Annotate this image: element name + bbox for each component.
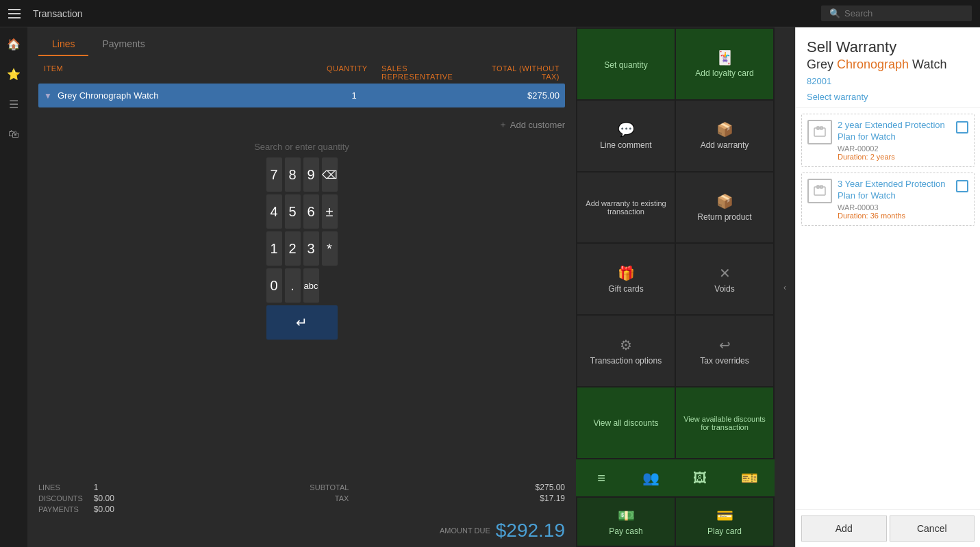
return-icon: 📦 — [716, 193, 733, 209]
numpad-7[interactable]: 7 — [266, 157, 282, 192]
icon-image[interactable]: 🖼 — [676, 461, 724, 495]
tab-payments[interactable]: Payments — [88, 33, 158, 56]
sell-warranty-panel: Sell Warranty Grey Chronograph Watch 820… — [795, 27, 980, 547]
sw-warranty-item-0[interactable]: 2 year Extended Protection Plan for Watc… — [801, 114, 975, 167]
view-available-discounts-label: View available discounts for transaction — [681, 415, 768, 431]
numpad-backspace[interactable]: ⌫ — [322, 157, 338, 192]
amount-due-label: AMOUNT DUE — [440, 520, 490, 542]
tabs: Lines Payments — [27, 27, 576, 56]
transaction-options-label: Transaction options — [590, 356, 662, 366]
order-lines: ITEM QUANTITY SALES REPRESENTATIVE TOTAL… — [27, 56, 576, 113]
sidebar-bag-icon[interactable]: 🛍 — [3, 123, 25, 145]
voids-icon: ✕ — [719, 265, 731, 281]
numpad-6[interactable]: 6 — [303, 194, 319, 229]
numpad-plusminus[interactable]: ± — [322, 194, 338, 229]
line-comment-button[interactable]: 💬 Line comment — [577, 101, 675, 171]
numpad-8[interactable]: 8 — [285, 157, 301, 192]
sw-item-name-0: 2 year Extended Protection Plan for Watc… — [838, 120, 951, 143]
add-customer-button[interactable]: ＋ Add customer — [499, 118, 565, 131]
icon-hamburger[interactable]: ≡ — [577, 461, 625, 495]
top-bar: Transaction 🔍 — [0, 0, 980, 27]
action-buttons-grid: Set quantity 🃏 Add loyalty card 💬 Line c… — [576, 27, 775, 459]
add-customer-area: ＋ Add customer — [27, 113, 576, 136]
return-product-button[interactable]: 📦 Return product — [676, 173, 773, 243]
discounts-label: DISCOUNTS — [38, 494, 83, 503]
pay-card-icon: 💳 — [716, 507, 733, 524]
lines-label: LINES — [38, 483, 83, 492]
svg-rect-3 — [814, 187, 825, 195]
menu-icon[interactable] — [8, 5, 25, 22]
pay-cash-icon: 💵 — [618, 507, 635, 524]
add-customer-label: Add customer — [510, 120, 565, 130]
sw-product-code: 82001 — [807, 76, 969, 86]
sidebar-star-icon[interactable]: ⭐ — [3, 63, 25, 85]
pay-card-label: Play card — [707, 526, 742, 536]
view-all-discounts-button[interactable]: View all discounts — [577, 387, 675, 458]
sw-item-name-1: 3 Year Extended Protection Plan for Watc… — [838, 179, 951, 202]
sw-warranty-item-1[interactable]: 3 Year Extended Protection Plan for Watc… — [801, 173, 975, 226]
search-quantity-label: Search or enter quantity — [38, 142, 565, 152]
col-quantity: QUANTITY — [327, 64, 381, 81]
tax-overrides-label: Tax overrides — [700, 356, 749, 366]
sw-cancel-button[interactable]: Cancel — [890, 516, 975, 542]
sidebar-home-icon[interactable]: 🏠 — [3, 33, 25, 55]
numpad-4[interactable]: 4 — [266, 194, 282, 229]
numpad-2[interactable]: 2 — [285, 231, 301, 266]
numpad-5[interactable]: 5 — [285, 194, 301, 229]
sw-item-checkbox-1[interactable] — [956, 180, 968, 192]
tab-lines[interactable]: Lines — [38, 33, 88, 56]
add-warranty-button[interactable]: 📦 Add warranty — [676, 101, 773, 171]
numpad-abc[interactable]: abc — [303, 268, 319, 303]
sw-item-icon-0 — [807, 120, 832, 144]
sw-product-name: Grey Chronograph Watch — [807, 58, 969, 72]
discounts-value: $0.00 — [94, 494, 299, 503]
payments-value: $0.00 — [94, 505, 299, 514]
add-loyalty-button[interactable]: 🃏 Add loyalty card — [676, 29, 773, 99]
table-row[interactable]: ▼ Grey Chronograph Watch 1 $275.00 — [38, 84, 565, 107]
add-warranty-label: Add warranty — [701, 140, 749, 150]
return-product-label: Return product — [697, 212, 751, 222]
set-quantity-button[interactable]: Set quantity — [577, 29, 675, 99]
sw-item-checkbox-0[interactable] — [956, 121, 968, 133]
amount-due-bar: AMOUNT DUE $292.19 — [27, 517, 576, 547]
sw-header: Sell Warranty Grey Chronograph Watch 820… — [796, 27, 980, 108]
numpad-9[interactable]: 9 — [303, 157, 319, 192]
pay-cash-button[interactable]: 💵 Pay cash — [577, 498, 675, 546]
numpad-multiply[interactable]: * — [322, 231, 338, 266]
transaction-options-button[interactable]: ⚙ Transaction options — [577, 316, 675, 386]
voids-button[interactable]: ✕ Voids — [676, 244, 773, 314]
numpad-enter[interactable]: ↵ — [266, 305, 338, 340]
gift-cards-button[interactable]: 🎁 Gift cards — [577, 244, 675, 314]
gift-cards-icon: 🎁 — [618, 265, 635, 281]
search-icon: 🔍 — [829, 8, 840, 18]
numpad-dot[interactable]: . — [285, 268, 301, 303]
app-title: Transaction — [33, 8, 83, 19]
add-warranty-existing-button[interactable]: Add warranty to existing transaction — [577, 173, 675, 243]
sw-product-part2: Watch — [909, 58, 946, 71]
numpad-3[interactable]: 3 — [303, 231, 319, 266]
numpad-1[interactable]: 1 — [266, 231, 282, 266]
search-input[interactable] — [844, 8, 964, 18]
sw-product-part1: Grey — [807, 58, 837, 71]
col-sales-rep: SALES REPRESENTATIVE — [381, 64, 477, 81]
pay-row: 💵 Pay cash 💳 Play card — [576, 496, 775, 547]
order-header: ITEM QUANTITY SALES REPRESENTATIVE TOTAL… — [38, 62, 565, 84]
order-item-qty: 1 — [327, 90, 381, 101]
set-quantity-label: Set quantity — [604, 60, 647, 70]
sw-item-duration-0: Duration: 2 years — [838, 153, 951, 161]
icon-ticket[interactable]: 🎫 — [725, 461, 773, 495]
numpad-0[interactable]: 0 — [266, 268, 282, 303]
sw-item-info-0: 2 year Extended Protection Plan for Watc… — [838, 120, 951, 161]
numpad: 7 8 9 ⌫ 4 5 6 ± 1 2 3 * 0 . abc ↵ — [266, 157, 338, 340]
pay-card-button[interactable]: 💳 Play card — [676, 498, 773, 546]
pay-cash-label: Pay cash — [609, 526, 642, 536]
tax-value: $17.19 — [360, 494, 565, 503]
order-item-cell: ▼ Grey Chronograph Watch — [44, 90, 327, 101]
sw-item-code-0: WAR-00002 — [838, 144, 951, 153]
tax-overrides-button[interactable]: ↩ Tax overrides — [676, 316, 773, 386]
view-available-discounts-button[interactable]: View available discounts for transaction — [676, 387, 773, 458]
sidebar-menu-icon[interactable]: ☰ — [3, 93, 25, 115]
icon-people[interactable]: 👥 — [627, 461, 675, 495]
scroll-left-icon[interactable]: ‹ — [783, 283, 786, 292]
sw-add-button[interactable]: Add — [801, 516, 887, 542]
